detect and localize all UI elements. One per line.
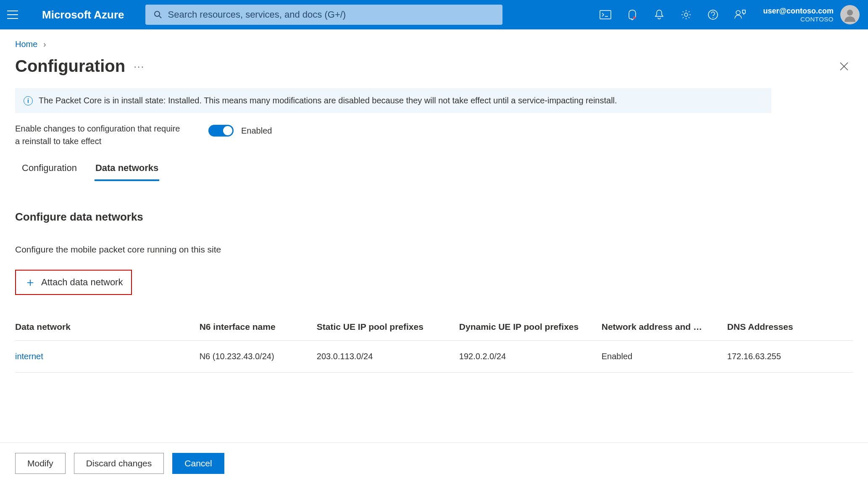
attach-button-label: Attach data network [41, 277, 123, 288]
close-icon [839, 62, 849, 71]
reinstall-toggle[interactable] [208, 125, 234, 137]
user-email: user@contoso.com [763, 7, 834, 16]
svg-point-6 [736, 11, 740, 15]
cell-static: 203.0.113.0/24 [317, 341, 459, 373]
data-networks-table: Data network N6 interface name Static UE… [15, 314, 853, 373]
reinstall-toggle-row: Enable changes to configuration that req… [15, 113, 853, 160]
svg-point-5 [713, 17, 713, 18]
info-icon: i [24, 96, 33, 105]
more-menu-icon[interactable]: ··· [134, 60, 145, 72]
header-icons [599, 8, 746, 21]
svg-point-0 [155, 11, 160, 16]
settings-icon[interactable] [680, 8, 692, 21]
hamburger-menu[interactable] [0, 0, 25, 29]
search-input[interactable] [168, 9, 494, 20]
col-n6[interactable]: N6 interface name [200, 314, 317, 341]
info-banner-text: The Packet Core is in install state: Ins… [39, 96, 617, 105]
search-icon [154, 11, 162, 19]
plus-icon: ＋ [24, 276, 36, 288]
attach-data-network-button[interactable]: ＋ Attach data network [15, 270, 132, 295]
page-title-row: Configuration ··· [0, 53, 868, 88]
table-row[interactable]: internet N6 (10.232.43.0/24) 203.0.113.0… [15, 341, 853, 373]
hamburger-icon [7, 11, 18, 19]
person-icon [843, 8, 857, 22]
tab-configuration[interactable]: Configuration [21, 160, 78, 181]
reinstall-toggle-state: Enabled [241, 126, 272, 136]
search-box[interactable] [145, 5, 502, 25]
breadcrumb: Home › [0, 29, 868, 53]
col-nat[interactable]: Network address and … [602, 314, 727, 341]
top-header: Microsoft Azure user@contoso.com CONTOSO [0, 0, 868, 29]
col-static-prefixes[interactable]: Static UE IP pool prefixes [317, 314, 459, 341]
notifications-icon[interactable] [653, 8, 665, 21]
cell-nat: Enabled [602, 341, 727, 373]
section-title: Configure data networks [15, 210, 853, 224]
svg-point-3 [684, 13, 688, 16]
page-title: Configuration [15, 57, 125, 76]
reinstall-toggle-label: Enable changes to configuration that req… [15, 122, 183, 147]
user-org: CONTOSO [763, 16, 834, 23]
section-desc: Configure the mobile packet core running… [15, 245, 853, 255]
col-dns[interactable]: DNS Addresses [727, 314, 853, 341]
avatar[interactable] [840, 5, 860, 24]
svg-rect-1 [600, 11, 611, 19]
col-dynamic-prefixes[interactable]: Dynamic UE IP pool prefixes [459, 314, 602, 341]
tabs: Configuration Data networks [15, 160, 853, 181]
svg-point-2 [633, 16, 636, 19]
cloud-shell-icon[interactable] [599, 8, 612, 21]
cell-dns: 172.16.63.255 [727, 341, 853, 373]
help-icon[interactable] [707, 8, 719, 21]
svg-point-7 [847, 10, 853, 16]
info-banner: i The Packet Core is in install state: I… [15, 88, 771, 113]
data-network-link[interactable]: internet [15, 352, 43, 361]
cell-dynamic: 192.0.2.0/24 [459, 341, 602, 373]
copilot-icon[interactable] [626, 8, 639, 21]
user-account[interactable]: user@contoso.com CONTOSO [763, 5, 860, 24]
breadcrumb-home[interactable]: Home [15, 39, 37, 49]
col-data-network[interactable]: Data network [15, 314, 200, 341]
feedback-icon[interactable] [734, 8, 746, 21]
cell-n6: N6 (10.232.43.0/24) [200, 341, 317, 373]
brand[interactable]: Microsoft Azure [25, 8, 137, 21]
close-button[interactable] [835, 62, 853, 71]
tab-data-networks[interactable]: Data networks [95, 160, 159, 181]
chevron-right-icon: › [43, 39, 46, 49]
